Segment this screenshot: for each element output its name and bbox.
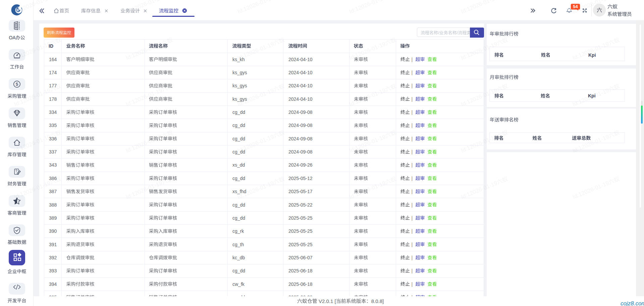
svg-text:Id:12026-01-19: Id:12026-01-19	[236, 41, 275, 61]
svg-text:Id:12026-01-19: Id:12026-01-19	[348, 41, 386, 61]
svg-text:2025-05-25: 2025-05-25	[288, 215, 313, 221]
svg-text:393: 393	[49, 268, 57, 273]
svg-text:2025-05-25: 2025-05-25	[288, 242, 313, 247]
svg-text:388: 388	[49, 202, 57, 208]
svg-text:2024-09-26: 2024-09-26	[288, 162, 313, 168]
svg-text:cg_dd: cg_dd	[232, 202, 245, 208]
svg-text:|: |	[412, 281, 413, 287]
svg-text:2024-04-10: 2024-04-10	[288, 70, 313, 75]
svg-text:cg_dd: cg_dd	[232, 123, 245, 128]
svg-text:xs_dd: xs_dd	[232, 162, 245, 168]
svg-text:/: /	[457, 30, 458, 35]
svg-text:|: |	[412, 228, 413, 234]
svg-text:|: |	[412, 136, 413, 141]
svg-text:/: /	[438, 30, 439, 35]
svg-text:|: |	[412, 268, 413, 273]
svg-text:|: |	[412, 83, 413, 88]
svg-text:Id:12026-01-19: Id:12026-01-19	[125, 133, 163, 154]
svg-text:164: 164	[49, 57, 57, 62]
svg-text:Id:12026-01-19: Id:12026-01-19	[13, 0, 51, 15]
svg-text:391: 391	[49, 242, 57, 247]
svg-text:2025-06-18: 2025-06-18	[288, 268, 313, 273]
svg-text:cg_dd: cg_dd	[232, 215, 245, 221]
svg-text:Id:12026-01-19: Id:12026-01-19	[460, 0, 498, 15]
svg-text:335: 335	[49, 123, 57, 128]
svg-text:387: 387	[49, 189, 57, 194]
svg-text:cg_dd: cg_dd	[232, 268, 245, 273]
svg-text:Id:12026-01-19: Id:12026-01-19	[348, 0, 386, 15]
svg-text:178: 178	[49, 96, 57, 102]
svg-text:386: 386	[49, 176, 57, 181]
svg-text:cg_dd: cg_dd	[232, 136, 245, 141]
svg-text:390: 390	[49, 228, 57, 234]
svg-text:|: |	[412, 202, 413, 208]
svg-text:343: 343	[49, 162, 57, 168]
svg-text:2024-04-10: 2024-04-10	[288, 96, 313, 102]
svg-text:ks_gys: ks_gys	[232, 70, 247, 75]
svg-text:392: 392	[49, 255, 57, 260]
svg-text:2025-05-12: 2025-05-12	[288, 176, 313, 181]
svg-text:|: |	[412, 110, 413, 115]
svg-text:cw_fk: cw_fk	[232, 281, 245, 287]
svg-text:2024-09-08: 2024-09-08	[288, 123, 313, 128]
svg-text:kc_db: kc_db	[232, 255, 245, 260]
svg-text:OA: OA	[9, 35, 16, 40]
svg-text:|: |	[412, 70, 413, 75]
svg-text:Id:12026-01-19: Id:12026-01-19	[572, 41, 610, 61]
svg-text:$: $	[16, 82, 18, 87]
svg-text:2024-04-10: 2024-04-10	[288, 83, 313, 88]
svg-text:2024-09-08: 2024-09-08	[288, 110, 313, 115]
svg-text:|: |	[412, 96, 413, 102]
svg-text:Id:12026-01-19: Id:12026-01-19	[572, 87, 610, 107]
svg-text:V2.0.1 [: V2.0.1 [	[317, 298, 336, 304]
svg-text:cg_dd: cg_dd	[232, 176, 245, 181]
svg-text:334: 334	[49, 110, 57, 115]
svg-text:|: |	[412, 57, 413, 62]
svg-text:Id:12026-01-19: Id:12026-01-19	[460, 87, 498, 107]
svg-text:cg_dd: cg_dd	[232, 110, 245, 115]
svg-text:2025-06-07: 2025-06-07	[288, 255, 313, 260]
svg-text:Id:12026-01-19: Id:12026-01-19	[460, 41, 498, 61]
svg-text:|: |	[412, 215, 413, 221]
svg-text:Id:12026-01-19: Id:12026-01-19	[125, 180, 163, 200]
svg-text:8.0.8]: 8.0.8]	[371, 298, 384, 304]
svg-text:ks_gys: ks_gys	[232, 83, 247, 88]
svg-text:?: ?	[15, 169, 17, 173]
svg-text:Id:12026-01-19: Id:12026-01-19	[460, 180, 498, 200]
svg-text:Id:12026-01-19: Id:12026-01-19	[13, 87, 51, 107]
svg-text:|: |	[412, 123, 413, 128]
svg-text:Id:12026-01-19: Id:12026-01-19	[348, 133, 386, 154]
svg-text:|: |	[412, 255, 413, 260]
svg-text:cg_th: cg_th	[232, 242, 244, 247]
svg-text:|: |	[412, 162, 413, 168]
svg-text:Id:12026-01-19: Id:12026-01-19	[348, 87, 386, 107]
svg-text:Id:12026-01-19: Id:12026-01-19	[236, 0, 275, 15]
svg-text:Id:12026-01-19: Id:12026-01-19	[348, 180, 386, 200]
svg-text:cojz8.com: cojz8.com	[621, 300, 644, 306]
svg-text:Id:12026-01-19: Id:12026-01-19	[572, 180, 610, 200]
svg-text:|: |	[412, 189, 413, 194]
svg-text:|: |	[412, 242, 413, 247]
svg-text:2025-05-17: 2025-05-17	[288, 189, 313, 194]
svg-text:2024-09-08: 2024-09-08	[288, 136, 313, 141]
svg-text:Id:12026-01-19: Id:12026-01-19	[125, 0, 163, 15]
svg-text:394: 394	[49, 281, 57, 287]
svg-text:389: 389	[49, 215, 57, 221]
svg-text:|: |	[412, 149, 413, 155]
svg-text:cg_rk: cg_rk	[232, 228, 244, 234]
svg-text:2024-09-08: 2024-09-08	[288, 149, 313, 155]
svg-text:2025-05-22: 2025-05-22	[288, 202, 313, 208]
svg-text:|: |	[412, 176, 413, 181]
svg-text:337: 337	[49, 149, 57, 155]
svg-text:2024-04-10: 2024-04-10	[288, 57, 313, 62]
svg-text:174: 174	[49, 70, 57, 75]
svg-text:Id:12026-01-19: Id:12026-01-19	[460, 133, 498, 154]
svg-text:2025-06-18: 2025-06-18	[288, 281, 313, 287]
svg-text:Id:12026-01-19: Id:12026-01-19	[13, 41, 51, 61]
svg-text:2025-05-25: 2025-05-25	[288, 228, 313, 234]
